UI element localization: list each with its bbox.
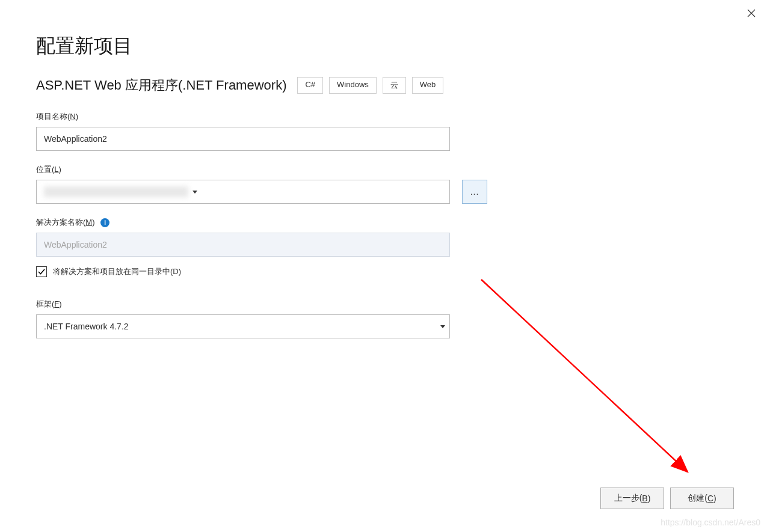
dialog-title: 配置新项目 — [36, 33, 734, 60]
project-template-name: ASP.NET Web 应用程序(.NET Framework) — [36, 76, 286, 94]
solution-name-label: 解决方案名称(M) i — [36, 217, 734, 228]
tag-windows: Windows — [329, 77, 377, 94]
create-button[interactable]: 创建(C) — [670, 488, 734, 509]
location-group: 位置(L) ... — [36, 164, 734, 204]
tag-web: Web — [412, 77, 444, 94]
tag-csharp: C# — [297, 77, 323, 94]
framework-value: .NET Framework 4.7.2 — [37, 322, 436, 331]
same-directory-checkbox[interactable] — [36, 266, 47, 277]
dropdown-arrow-icon[interactable] — [188, 191, 202, 194]
location-combobox[interactable] — [36, 180, 450, 204]
same-directory-label: 将解决方案和项目放在同一目录中(D) — [53, 266, 181, 277]
watermark: https://blog.csdn.net/Ares0 — [661, 518, 760, 527]
framework-label: 框架(F) — [36, 299, 734, 310]
framework-combobox[interactable]: .NET Framework 4.7.2 — [36, 314, 450, 338]
project-name-label: 项目名称(N) — [36, 111, 734, 122]
browse-button[interactable]: ... — [462, 180, 487, 204]
dropdown-arrow-icon[interactable] — [436, 325, 449, 328]
location-label: 位置(L) — [36, 164, 734, 175]
location-value-blurred — [44, 186, 188, 197]
subtitle-row: ASP.NET Web 应用程序(.NET Framework) C# Wind… — [36, 76, 734, 94]
solution-name-input — [36, 233, 450, 257]
back-button[interactable]: 上一步(B) — [600, 488, 664, 509]
solution-name-group: 解决方案名称(M) i 将解决方案和项目放在同一目录中(D) — [36, 217, 734, 277]
project-name-input[interactable] — [36, 127, 450, 151]
template-tags: C# Windows 云 Web — [297, 77, 443, 94]
tag-cloud: 云 — [383, 77, 406, 94]
framework-group: 框架(F) .NET Framework 4.7.2 — [36, 299, 734, 338]
dialog-body: 配置新项目 ASP.NET Web 应用程序(.NET Framework) C… — [0, 0, 770, 338]
project-name-group: 项目名称(N) — [36, 111, 734, 151]
close-icon[interactable] — [747, 7, 756, 19]
same-directory-row: 将解决方案和项目放在同一目录中(D) — [36, 266, 734, 277]
footer-buttons: 上一步(B) 创建(C) — [600, 488, 734, 509]
info-icon[interactable]: i — [100, 218, 109, 227]
